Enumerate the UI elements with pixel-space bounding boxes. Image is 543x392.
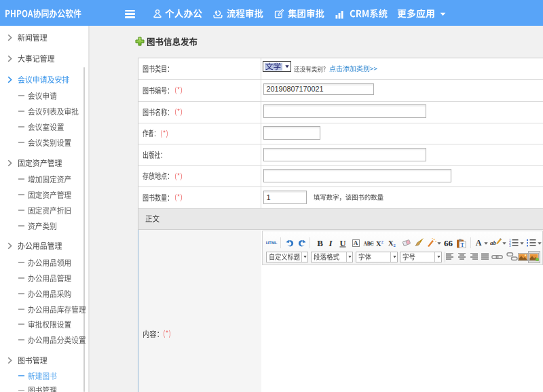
svg-text:3: 3 bbox=[509, 244, 511, 247]
svg-text:T: T bbox=[461, 241, 465, 248]
